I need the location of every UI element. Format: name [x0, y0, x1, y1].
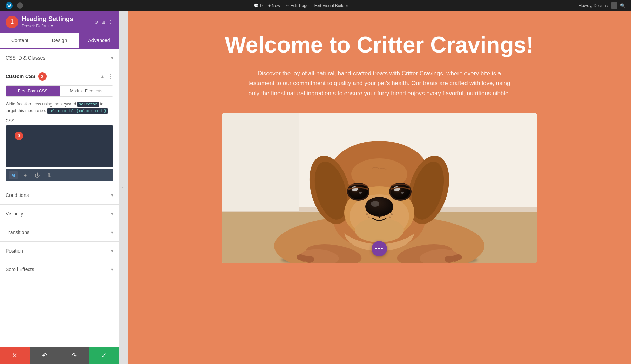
tab-advanced[interactable]: Advanced [79, 33, 119, 48]
css-subtab-freeform[interactable]: Free-Form CSS [6, 86, 60, 96]
css-id-classes-header[interactable]: CSS ID & Classes ▾ [0, 49, 119, 67]
comment-count[interactable]: 💬 0 [253, 3, 263, 8]
ai-tool-button[interactable]: AI [9, 171, 18, 179]
resize-handle[interactable] [119, 11, 128, 364]
sidebar-title-group: Heading Settings Preset: Default ▾ [22, 15, 73, 28]
power-tool-button[interactable]: ⏻ [33, 171, 41, 179]
example-code: selector h1 {color: red;} [47, 108, 108, 114]
position-header[interactable]: Position ▾ [0, 242, 119, 260]
position-title: Position [6, 248, 23, 254]
css-editor-textarea[interactable] [6, 125, 113, 167]
selector-code: selector [77, 102, 99, 107]
svg-point-42 [368, 217, 370, 218]
exit-visual-builder-button[interactable]: Exit Visual Builder [314, 3, 348, 8]
css-id-classes-chevron: ▾ [111, 55, 113, 60]
search-icon[interactable]: 🔍 [620, 3, 625, 8]
tab-bar: Content Design Advanced [0, 33, 119, 49]
dog-image-container: ••• [222, 113, 537, 263]
howdy-label: Howdy, Deanna [578, 3, 608, 8]
sidebar-header: 1 Heading Settings Preset: Default ▾ ⊙ ⊞… [0, 11, 119, 33]
conditions-title: Conditions [6, 192, 29, 198]
svg-point-28 [355, 218, 404, 242]
nav-menu-icon[interactable] [17, 2, 23, 9]
scroll-effects-chevron: ▾ [111, 267, 113, 272]
fab-button[interactable]: ••• [372, 241, 387, 256]
transitions-header[interactable]: Transitions ▾ [0, 223, 119, 241]
visibility-chevron: ▾ [111, 211, 113, 216]
hero-title: Welcome to Critter Cravings! [156, 32, 603, 58]
css-id-classes-section: CSS ID & Classes ▾ [0, 49, 119, 67]
custom-css-controls: ▲ ⋮ [100, 73, 113, 80]
css-editor-toolbar: 3 AI + ⏻ ⇅ [6, 169, 113, 181]
conditions-section: Conditions ▾ [0, 186, 119, 205]
css-editor-wrapper: 3 AI + ⏻ ⇅ [6, 125, 113, 181]
css-field-label: CSS [0, 118, 119, 125]
svg-point-34 [391, 184, 410, 199]
save-button[interactable]: ✓ [89, 347, 119, 364]
topbar-center: 💬 0 + New ✏ Edit Page Exit Visual Builde… [253, 3, 348, 8]
css-subtabs: Free-Form CSS Module Elements [6, 85, 113, 97]
sidebar: 1 Heading Settings Preset: Default ▾ ⊙ ⊞… [0, 11, 119, 364]
topbar-left: W [6, 2, 23, 9]
tab-content[interactable]: Content [0, 33, 40, 48]
sidebar-title: Heading Settings [22, 15, 73, 23]
layout-icon-button[interactable]: ⊞ [101, 19, 106, 25]
hero-section: Welcome to Critter Cravings! Discover th… [128, 11, 631, 113]
svg-point-39 [352, 186, 358, 191]
svg-point-41 [366, 213, 368, 215]
edit-page-button[interactable]: ✏ Edit Page [286, 3, 308, 8]
sidebar-content: CSS ID & Classes ▾ Custom CSS 2 ▲ ⋮ [0, 49, 119, 347]
sort-tool-button[interactable]: ⇅ [45, 171, 53, 179]
custom-css-title: Custom CSS 2 [6, 72, 47, 81]
conditions-chevron: ▾ [111, 193, 113, 198]
svg-point-31 [371, 201, 379, 207]
more-options-icon-button[interactable]: ⋮ [108, 19, 113, 25]
visibility-title: Visibility [6, 211, 23, 217]
transitions-title: Transitions [6, 229, 29, 235]
hero-description: Discover the joy of all-natural, hand-cr… [248, 69, 511, 99]
svg-point-13 [454, 254, 462, 260]
custom-css-section: Custom CSS 2 ▲ ⋮ Free-Form CSS Module El… [0, 67, 119, 186]
cancel-button[interactable]: ✕ [0, 347, 30, 364]
visibility-header[interactable]: Visibility ▾ [0, 205, 119, 223]
topbar-right: Howdy, Deanna 🔍 [578, 2, 625, 9]
add-tool-button[interactable]: + [21, 171, 29, 179]
topbar: W 💬 0 + New ✏ Edit Page Exit Visual Buil… [0, 0, 631, 11]
css-subtab-module[interactable]: Module Elements [60, 86, 113, 96]
css-info-text: Write free-form css using the keyword se… [0, 101, 119, 118]
position-section: Position ▾ [0, 242, 119, 260]
scroll-effects-title: Scroll Effects [6, 267, 34, 272]
svg-point-38 [348, 184, 368, 199]
tab-design[interactable]: Design [40, 33, 79, 48]
portability-icon-button[interactable]: ⊙ [94, 19, 99, 25]
custom-css-header: Custom CSS 2 ▲ ⋮ [0, 67, 119, 85]
visibility-section: Visibility ▾ [0, 205, 119, 223]
svg-point-35 [394, 186, 400, 191]
scroll-effects-section: Scroll Effects ▾ [0, 260, 119, 279]
position-chevron: ▾ [111, 248, 113, 253]
transitions-chevron: ▾ [111, 230, 113, 235]
wordpress-icon[interactable]: W [6, 2, 13, 9]
css-id-classes-title: CSS ID & Classes [6, 55, 46, 61]
svg-point-40 [359, 192, 362, 194]
step-badge-1: 1 [6, 16, 18, 28]
redo-button[interactable]: ↷ [60, 347, 89, 364]
preview-content: Welcome to Critter Cravings! Discover th… [128, 11, 631, 364]
sidebar-header-left: 1 Heading Settings Preset: Default ▾ [6, 15, 73, 28]
svg-point-36 [401, 192, 404, 194]
svg-rect-4 [222, 113, 299, 211]
svg-point-44 [389, 217, 391, 218]
css-collapse-button[interactable]: ▲ [100, 74, 105, 79]
new-button[interactable]: + New [268, 3, 280, 8]
svg-point-43 [391, 213, 393, 215]
preset-label[interactable]: Preset: Default ▾ [22, 23, 73, 28]
step-badge-2: 2 [38, 72, 47, 81]
undo-button[interactable]: ↶ [30, 347, 60, 364]
svg-point-18 [297, 254, 304, 260]
css-more-button[interactable]: ⋮ [108, 73, 113, 80]
user-avatar[interactable] [611, 2, 617, 9]
fab-dots: ••• [375, 245, 384, 253]
sidebar-footer: ✕ ↶ ↷ ✓ [0, 347, 119, 364]
conditions-header[interactable]: Conditions ▾ [0, 186, 119, 204]
scroll-effects-header[interactable]: Scroll Effects ▾ [0, 260, 119, 279]
